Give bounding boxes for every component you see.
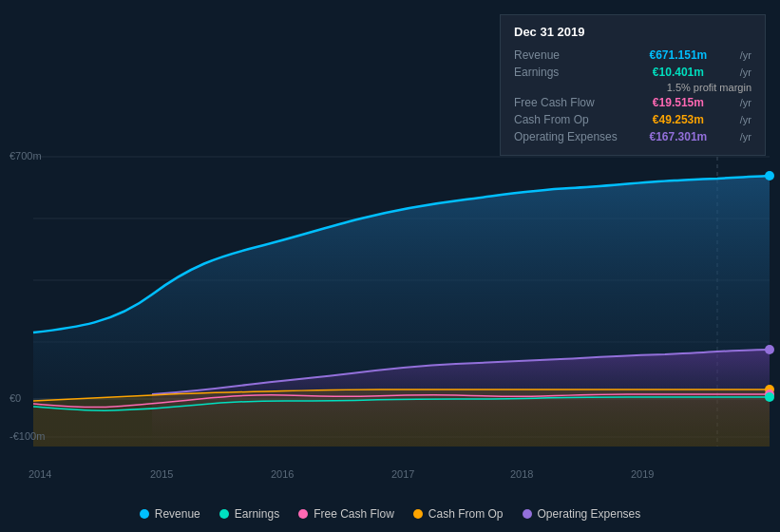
tooltip-opex-row: Operating Expenses €167.301m /yr [514, 128, 751, 145]
tooltip-fcf-value: €19.515m [653, 96, 704, 109]
x-label-2017: 2017 [391, 468, 414, 480]
x-label-2019: 2019 [631, 468, 654, 480]
tooltip-earnings-row: Earnings €10.401m /yr [514, 64, 751, 81]
chart-container: Dec 31 2019 Revenue €671.151m /yr Earnin… [0, 0, 780, 532]
tooltip-fcf-label: Free Cash Flow [514, 96, 618, 109]
tooltip-cfo-value: €49.253m [653, 113, 704, 126]
tooltip-profit-margin: 1.5% profit margin [514, 81, 751, 94]
legend-cfo-dot [413, 509, 423, 519]
tooltip-revenue-suffix: /yr [740, 49, 751, 61]
x-label-2014: 2014 [29, 468, 51, 480]
svg-point-9 [765, 345, 774, 354]
tooltip-cfo-label: Cash From Op [514, 113, 618, 126]
tooltip-revenue-label: Revenue [514, 48, 618, 62]
svg-point-8 [765, 171, 774, 180]
legend-opex-dot [523, 509, 532, 519]
legend-earnings[interactable]: Earnings [219, 507, 279, 521]
legend-revenue[interactable]: Revenue [140, 507, 200, 521]
legend-fcf[interactable]: Free Cash Flow [298, 507, 394, 521]
tooltip-opex-value: €167.301m [650, 130, 708, 143]
tooltip-cfo-row: Cash From Op €49.253m /yr [514, 111, 751, 128]
y-label-0: €0 [10, 392, 21, 404]
legend-revenue-dot [140, 509, 149, 519]
tooltip-revenue-value: €671.151m [650, 48, 708, 62]
tooltip-opex-suffix: /yr [740, 131, 751, 142]
tooltip-earnings-value: €10.401m [653, 66, 704, 79]
y-label-neg100m: -€100m [10, 430, 45, 442]
legend-earnings-label: Earnings [235, 507, 279, 521]
tooltip-date: Dec 31 2019 [514, 25, 751, 39]
legend-fcf-dot [298, 509, 308, 519]
legend-cfo[interactable]: Cash From Op [413, 507, 504, 521]
tooltip-opex-label: Operating Expenses [514, 130, 618, 143]
x-label-2018: 2018 [510, 468, 533, 480]
tooltip-revenue-row: Revenue €671.151m /yr [514, 47, 751, 64]
x-label-2016: 2016 [271, 468, 294, 480]
tooltip-earnings-label: Earnings [514, 66, 618, 79]
legend-earnings-dot [219, 509, 229, 519]
x-label-2015: 2015 [150, 468, 173, 480]
legend-opex[interactable]: Operating Expenses [523, 507, 641, 521]
tooltip-earnings-suffix: /yr [740, 66, 751, 78]
legend-fcf-label: Free Cash Flow [314, 507, 394, 521]
tooltip-box: Dec 31 2019 Revenue €671.151m /yr Earnin… [500, 14, 766, 156]
legend-opex-label: Operating Expenses [538, 507, 641, 521]
y-label-700m: €700m [10, 150, 42, 162]
chart-legend: Revenue Earnings Free Cash Flow Cash Fro… [0, 507, 780, 521]
tooltip-fcf-row: Free Cash Flow €19.515m /yr [514, 94, 751, 111]
svg-point-12 [765, 392, 774, 402]
tooltip-fcf-suffix: /yr [740, 97, 751, 108]
legend-cfo-label: Cash From Op [428, 507, 504, 521]
tooltip-cfo-suffix: /yr [740, 114, 751, 125]
legend-revenue-label: Revenue [155, 507, 200, 521]
